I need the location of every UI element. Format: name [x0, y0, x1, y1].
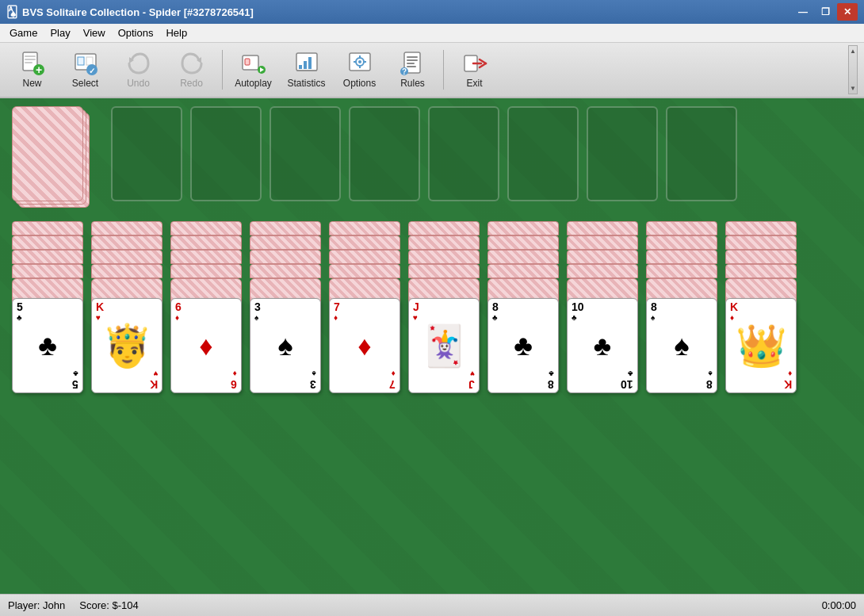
toolbar-sep-2 [443, 50, 444, 90]
foundation-1[interactable] [111, 106, 182, 201]
column-10[interactable]: K♦ 👑 K♦ [725, 221, 797, 393]
facedown-card [12, 235, 83, 250]
facedown-card [170, 264, 242, 278]
column-9[interactable]: 8♠ ♠ 8♠ [646, 221, 717, 393]
menu-play[interactable]: Play [44, 25, 76, 40]
svg-text:?: ? [401, 67, 406, 76]
rules-label: Rules [400, 78, 425, 89]
card-rank-bottom: 6♦ [231, 369, 237, 390]
statusbar: Player: John Score: $-104 0:00:00 [0, 594, 864, 616]
exit-icon [462, 51, 487, 76]
svg-rect-31 [407, 59, 418, 61]
card-rank-bottom: K♥ [150, 369, 158, 390]
svg-rect-8 [86, 57, 93, 65]
minimize-button[interactable]: — [793, 3, 813, 21]
close-button[interactable]: ✕ [837, 3, 858, 21]
top-card[interactable]: 3♠ ♠ 3♠ [250, 298, 321, 393]
top-card[interactable]: J♥ 🃏 J♥ [408, 298, 480, 393]
facedown-card [170, 221, 242, 235]
card-rank-bottom: 7♦ [389, 369, 396, 390]
column-5[interactable]: 7♦ ♦ 7♦ [329, 221, 400, 393]
facedown-card [487, 250, 559, 264]
facedown-card [646, 250, 717, 264]
facedown-card [408, 221, 480, 235]
toolbar-scrollbar[interactable]: ▲ ▼ [848, 45, 858, 94]
column-8[interactable]: 10♣ ♣ 10♣ [567, 221, 638, 393]
restore-button[interactable]: ❐ [815, 3, 835, 21]
foundation-4[interactable] [349, 106, 420, 201]
card-rank-bottom: 8♣ [548, 369, 554, 390]
exit-button[interactable]: Exit [449, 45, 500, 94]
card-suit-center: ♠ [277, 329, 292, 362]
autoplay-button[interactable]: Autoplay [227, 45, 279, 94]
facedown-card [567, 264, 638, 278]
top-row [12, 106, 852, 209]
foundation-5[interactable] [428, 106, 499, 201]
app-icon: 🂡 [6, 6, 17, 18]
top-card[interactable]: 8♣ ♣ 8♣ [487, 298, 559, 393]
foundation-6[interactable] [507, 106, 579, 201]
facedown-card [567, 235, 638, 250]
column-3[interactable]: 6♦ ♦ 6♦ [170, 221, 242, 393]
top-card[interactable]: K♦ 👑 K♦ [725, 298, 797, 393]
facedown-card [329, 264, 400, 278]
svg-rect-20 [308, 57, 312, 69]
column-7[interactable]: 8♣ ♣ 8♣ [487, 221, 559, 393]
facedown-card [91, 221, 162, 235]
redo-icon [179, 51, 205, 76]
column-2[interactable]: K♥ 🤴 K♥ [91, 221, 162, 393]
undo-label: Undo [127, 78, 150, 89]
top-card[interactable]: 5♣ ♣ 5♣ [12, 298, 83, 393]
foundation-3[interactable] [270, 106, 341, 201]
column-6[interactable]: J♥ 🃏 J♥ [408, 221, 480, 393]
card-suit-center: ♠ [674, 329, 689, 362]
foundation-2[interactable] [190, 106, 262, 201]
top-card[interactable]: 8♠ ♠ 8♠ [646, 298, 717, 393]
stock-pile[interactable] [12, 106, 91, 209]
redo-button[interactable]: Redo [166, 45, 217, 94]
rules-button[interactable]: ? Rules [387, 45, 438, 94]
statistics-icon [294, 51, 319, 76]
new-button[interactable]: + New [6, 45, 58, 94]
facedown-card [329, 250, 400, 264]
card-rank-top: 7♦ [334, 301, 340, 322]
column-4[interactable]: 3♠ ♠ 3♠ [250, 221, 321, 393]
statistics-button[interactable]: Statistics [281, 45, 332, 94]
svg-point-24 [358, 60, 361, 63]
window-title: BVS Solitaire Collection - Spider [#3278… [22, 6, 793, 18]
facedown-card [250, 250, 321, 264]
facedown-card [487, 221, 559, 235]
facedown-card [725, 235, 797, 250]
svg-rect-18 [299, 65, 302, 69]
top-card[interactable]: 7♦ ♦ 7♦ [329, 298, 400, 393]
title-controls: — ❐ ✕ [793, 3, 858, 21]
foundation-7[interactable] [587, 106, 658, 201]
facedown-card [91, 264, 162, 278]
card-rank-bottom: J♥ [468, 369, 475, 390]
facedown-card [725, 264, 797, 278]
top-card[interactable]: 10♣ ♣ 10♣ [567, 298, 638, 393]
svg-rect-14 [245, 59, 250, 65]
menubar: Game Play View Options Help [0, 24, 864, 43]
column-1[interactable]: 5♣ ♣ 5♣ [12, 221, 83, 393]
facedown-card [170, 235, 242, 250]
foundation-8[interactable] [666, 106, 737, 201]
titlebar: 🂡 BVS Solitaire Collection - Spider [#32… [0, 0, 864, 24]
top-card[interactable]: K♥ 🤴 K♥ [91, 298, 162, 393]
undo-button[interactable]: Undo [113, 45, 164, 94]
menu-game[interactable]: Game [3, 25, 44, 40]
menu-help[interactable]: Help [159, 25, 193, 40]
options-button[interactable]: Options [334, 45, 385, 94]
facedown-card [567, 250, 638, 264]
facedown-card [646, 264, 717, 278]
top-card[interactable]: 6♦ ♦ 6♦ [170, 298, 242, 393]
svg-rect-2 [25, 59, 36, 60]
select-button[interactable]: ✓ Select [59, 45, 111, 94]
card-rank-bottom: 5♣ [72, 369, 78, 390]
facedown-card [91, 235, 162, 250]
facedown-card [91, 250, 162, 264]
menu-view[interactable]: View [77, 25, 112, 40]
svg-text:✓: ✓ [89, 67, 95, 75]
card-columns: 5♣ ♣ 5♣ K♥ 🤴 K♥ 6♦ [12, 221, 852, 393]
menu-options[interactable]: Options [112, 25, 160, 40]
